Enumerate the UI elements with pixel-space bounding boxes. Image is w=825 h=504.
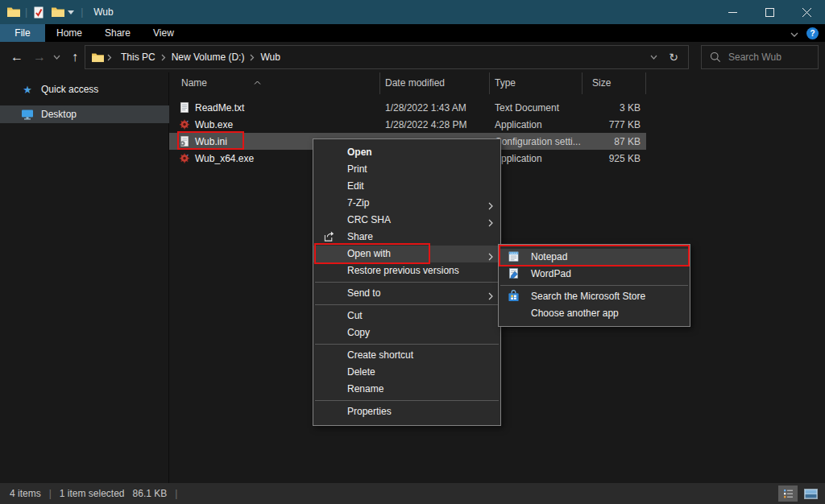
file-row-readme-txt[interactable]: ReadMe.txt 1/28/2022 1:43 AM Text Docume… — [169, 99, 646, 116]
file-size: 777 KB — [582, 119, 646, 130]
titlebar-separator: | — [81, 6, 83, 18]
search-input[interactable] — [728, 52, 810, 63]
file-date: 1/28/2022 4:28 PM — [380, 119, 490, 130]
sidebar-item-quick-access[interactable]: ★ Quick access — [0, 81, 169, 98]
thumbnails-view-button[interactable] — [801, 485, 820, 502]
selection-size: 86.1 KB — [133, 488, 168, 499]
search-icon — [710, 52, 721, 63]
submenu-item-choose-another-app[interactable]: Choose another app — [499, 305, 690, 322]
column-header-size[interactable]: Size — [582, 72, 646, 94]
menu-item-create-shortcut[interactable]: Create shortcut — [313, 347, 500, 364]
menu-item-send-to[interactable]: Send to — [313, 285, 500, 302]
menu-item-7zip[interactable]: 7-Zip — [313, 195, 500, 212]
items-count: 4 items — [10, 488, 41, 499]
address-dropdown-icon[interactable] — [639, 55, 669, 60]
menu-item-cut[interactable]: Cut — [313, 308, 500, 324]
menu-item-edit[interactable]: Edit — [313, 178, 500, 195]
breadcrumb-new-volume-d[interactable]: New Volume (D:) — [166, 52, 251, 63]
menu-separator — [500, 285, 688, 286]
properties-icon[interactable] — [31, 6, 46, 19]
file-size: 3 KB — [582, 102, 646, 114]
title-bar: | | Wub — [0, 0, 825, 24]
tab-view[interactable]: View — [142, 24, 185, 42]
menu-item-restore-previous-versions[interactable]: Restore previous versions — [313, 262, 500, 279]
menu-item-delete[interactable]: Delete — [313, 364, 500, 381]
new-folder-icon[interactable] — [51, 6, 65, 18]
submenu-arrow-icon — [488, 289, 493, 306]
file-type: Application — [490, 153, 582, 164]
file-row-wub-exe[interactable]: Wub.exe 1/28/2022 4:28 PM Application 77… — [169, 116, 646, 133]
sidebar-item-label: Quick access — [41, 84, 98, 95]
expand-ribbon-icon[interactable] — [790, 26, 798, 40]
tab-file[interactable]: File — [0, 24, 45, 42]
file-name: ReadMe.txt — [195, 102, 244, 114]
column-headers: Name Date modified Type Size — [169, 72, 825, 94]
file-size: 87 KB — [582, 136, 646, 147]
file-name: Wub.ini — [195, 136, 227, 147]
menu-item-properties[interactable]: Properties — [313, 403, 500, 420]
text-file-icon — [179, 101, 190, 114]
menu-separator — [315, 282, 499, 283]
search-box — [701, 45, 819, 69]
tab-home[interactable]: Home — [45, 24, 93, 42]
star-icon: ★ — [21, 84, 34, 96]
status-bar: 4 items | 1 item selected 86.1 KB | — [0, 483, 825, 504]
submenu-item-search-microsoft-store[interactable]: Search the Microsoft Store — [499, 288, 690, 305]
application-icon — [179, 118, 190, 130]
refresh-icon[interactable]: ↻ — [669, 51, 682, 64]
context-menu: Open Print Edit 7-Zip CRC SHA Share Open… — [313, 138, 501, 426]
location-folder-icon — [92, 52, 104, 63]
titlebar-separator: | — [25, 6, 27, 18]
address-bar[interactable]: This PC New Volume (D:) Wub ↻ — [85, 45, 689, 69]
back-icon[interactable]: ← — [8, 42, 26, 72]
menu-item-open[interactable]: Open — [313, 144, 500, 161]
menu-item-copy[interactable]: Copy — [313, 324, 500, 341]
menu-item-rename[interactable]: Rename — [313, 381, 500, 398]
submenu-item-notepad[interactable]: Notepad — [499, 249, 690, 266]
recent-locations-icon[interactable] — [50, 42, 63, 72]
wordpad-icon — [508, 267, 520, 285]
tab-share[interactable]: Share — [93, 24, 142, 42]
menu-separator — [315, 400, 499, 401]
file-type: Configuration setti... — [490, 136, 582, 147]
details-view-button[interactable] — [778, 485, 798, 502]
sidebar-item-desktop[interactable]: Desktop — [0, 105, 169, 123]
menu-item-crc-sha[interactable]: CRC SHA — [313, 212, 500, 229]
file-name: Wub_x64.exe — [195, 153, 254, 164]
navigation-bar: ← → ↑ This PC New Volume (D:) Wub ↻ — [0, 42, 825, 72]
menu-separator — [315, 344, 499, 345]
window-title: Wub — [93, 6, 113, 18]
ini-file-icon — [179, 135, 190, 147]
status-divider: | — [175, 488, 177, 499]
window-controls — [714, 0, 825, 24]
menu-item-share[interactable]: Share — [313, 229, 500, 246]
column-header-name[interactable]: Name — [169, 72, 380, 94]
sort-ascending-icon — [254, 71, 261, 93]
column-header-date-modified[interactable]: Date modified — [380, 72, 490, 94]
ribbon-tab-bar: File Home Share View ? — [0, 24, 825, 42]
menu-item-print[interactable]: Print — [313, 161, 500, 178]
app-folder-icon — [6, 6, 21, 18]
breadcrumb-this-pc[interactable]: This PC — [115, 52, 161, 63]
up-icon[interactable]: ↑ — [66, 42, 84, 72]
forward-icon[interactable]: → — [31, 42, 48, 72]
submenu-item-wordpad[interactable]: WordPad — [499, 266, 690, 283]
file-type: Application — [490, 119, 582, 130]
quick-access-toolbar-dropdown-icon[interactable] — [65, 10, 77, 14]
minimize-button[interactable] — [714, 0, 751, 24]
maximize-button[interactable] — [751, 0, 788, 24]
menu-separator — [315, 304, 499, 305]
menu-item-open-with[interactable]: Open with — [313, 246, 500, 262]
status-divider: | — [49, 488, 52, 499]
open-with-submenu: Notepad WordPad Search the Microsoft Sto… — [498, 244, 690, 327]
help-icon[interactable]: ? — [806, 27, 819, 39]
file-name: Wub.exe — [195, 119, 233, 130]
desktop-icon — [21, 109, 34, 120]
navigation-pane: ★ Quick access Desktop — [0, 72, 169, 483]
column-header-type[interactable]: Type — [490, 72, 582, 94]
file-size: 925 KB — [582, 153, 646, 164]
breadcrumb-wub[interactable]: Wub — [255, 52, 285, 63]
breadcrumb-chevron-icon — [104, 54, 115, 61]
sidebar-item-label: Desktop — [41, 109, 77, 120]
close-button[interactable] — [788, 0, 825, 24]
